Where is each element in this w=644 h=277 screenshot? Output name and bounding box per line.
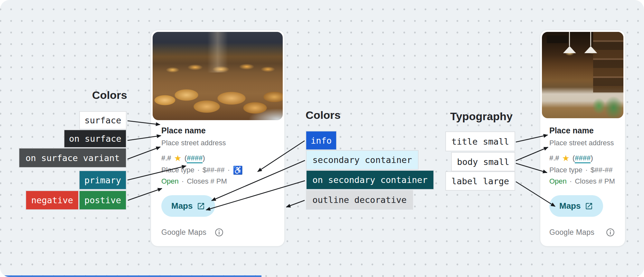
typography-heading: Typography [450, 110, 513, 123]
maps-button[interactable]: Maps [161, 195, 215, 217]
left-colors-heading: Colors [92, 89, 127, 101]
swatch-negative: negative [25, 190, 79, 210]
swatch-outline-decorative: outline decorative [306, 190, 413, 210]
info-icon[interactable] [215, 228, 223, 237]
closing-time: Closes # PM [187, 177, 227, 186]
swatch-label: on secondary container [312, 175, 428, 185]
hours-line: Open · Closes # PM [549, 177, 615, 186]
swatch-label: info [311, 136, 332, 146]
rating-line: #.# ★ (####) [549, 154, 593, 162]
swatch-label: outline decorative [312, 195, 407, 205]
external-link-icon [197, 202, 205, 210]
dot-separator: · [182, 177, 184, 186]
swatch-postive: postive [79, 190, 127, 210]
swatch-info: info [306, 131, 337, 150]
swatch-label: surface [85, 115, 121, 125]
street-address: Place street address [549, 139, 614, 147]
dot-separator: · [228, 166, 230, 174]
swatch-secondary-container: secondary container [306, 150, 419, 170]
hours-line: Open · Closes # PM [161, 177, 227, 186]
typo-label: body small [457, 157, 509, 167]
maps-button-label: Maps [171, 201, 193, 211]
street-address: Place street address [161, 139, 226, 147]
place-name: Place name [161, 126, 206, 135]
swatch-label: on surface variant [25, 153, 120, 163]
design-spec-canvas: Colors Colors Typography surface on surf… [0, 0, 644, 277]
rating-line: #.# ★ (####) [161, 154, 205, 162]
place-type: Place type [549, 166, 582, 174]
type-price-line: Place type · $##-## [549, 166, 613, 174]
bottom-accent-bar [0, 275, 261, 277]
paren: ) [591, 154, 593, 162]
rating-value: #.# [549, 154, 559, 162]
swatch-primary: primary [79, 170, 127, 190]
maps-button-label: Maps [559, 201, 581, 211]
info-icon[interactable] [606, 228, 615, 237]
swatch-label: negative [31, 195, 73, 205]
cafe-shelves [593, 32, 623, 92]
place-type: Place type [161, 166, 194, 174]
swatch-label: secondary container [313, 155, 412, 165]
rating-count: (####) [185, 154, 205, 162]
typo-label: title small [451, 137, 509, 147]
review-count-link[interactable]: #### [187, 154, 203, 163]
type-price-line: Place type · $##-## · ♿ [161, 166, 243, 174]
swatch-on-surface-variant: on surface variant [19, 148, 127, 168]
dot-separator: · [570, 177, 572, 186]
closing-time: Closes # PM [575, 177, 615, 186]
dot-separator: · [197, 166, 200, 174]
price-range: $##-## [591, 166, 613, 174]
place-card-bakery: Place name Place street address #.# ★ (#… [151, 30, 285, 246]
rating-value: #.# [161, 154, 171, 162]
typo-label-large: label large [445, 171, 515, 191]
star-icon: ★ [174, 154, 182, 162]
typo-label: label large [451, 176, 509, 186]
swatch-on-surface: on surface [64, 129, 127, 148]
star-icon: ★ [562, 154, 570, 162]
rating-count: (####) [573, 154, 593, 162]
swatch-on-secondary-container: on secondary container [306, 170, 434, 190]
swatch-label: primary [84, 175, 121, 185]
glass-reflection [207, 32, 228, 72]
open-status: Open [549, 177, 567, 186]
attribution-label: Google Maps [549, 228, 594, 237]
bakery-photo [153, 32, 283, 120]
review-count-link[interactable]: #### [575, 154, 591, 163]
typo-title-small: title small [445, 131, 515, 151]
attribution-row: Google Maps [549, 228, 615, 237]
paren: ) [203, 154, 205, 162]
open-status: Open [161, 177, 179, 186]
typo-body-small: body small [451, 152, 515, 171]
swatch-label: postive [84, 195, 121, 205]
dot-separator: · [585, 166, 588, 174]
swatch-label: on surface [69, 134, 121, 144]
place-card-cafe: Place name Place street address #.# ★ (#… [540, 30, 625, 246]
attribution-row: Google Maps [161, 228, 223, 237]
attribution-label: Google Maps [161, 228, 206, 237]
place-name: Place name [549, 126, 594, 135]
external-link-icon [585, 202, 593, 210]
hanging-lamp [584, 32, 597, 53]
maps-button[interactable]: Maps [549, 195, 603, 217]
price-range: $##-## [203, 166, 225, 174]
hanging-lamp [563, 32, 576, 53]
middle-colors-heading: Colors [306, 109, 341, 121]
cafe-photo [542, 32, 623, 118]
swatch-surface: surface [79, 111, 127, 129]
wheelchair-accessible-icon: ♿ [233, 166, 243, 174]
